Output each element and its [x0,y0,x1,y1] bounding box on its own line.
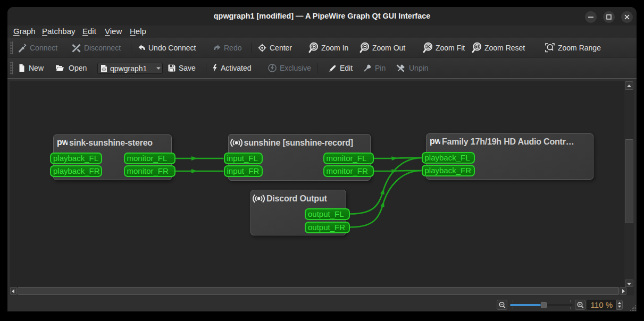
svg-text:pw: pw [430,138,440,146]
svg-text:pw: pw [57,139,68,147]
